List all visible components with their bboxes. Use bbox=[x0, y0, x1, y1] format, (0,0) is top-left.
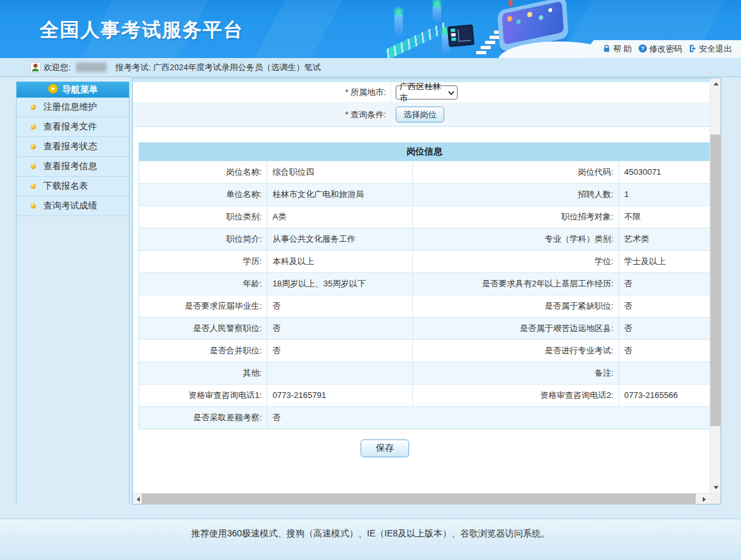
welcome-bar: 欢迎您: 报考考试: 广西2024年度考试录用公务员（选调生）笔试 bbox=[0, 58, 741, 77]
table-row: 资格审查咨询电话1: 0773-2165791 资格审查咨询电话2: 0773-… bbox=[139, 384, 710, 406]
sidebar-item-view-application-info[interactable]: 查看报考信息 bbox=[17, 157, 129, 177]
cell-value: 本科及以上 bbox=[267, 251, 412, 272]
cell-value bbox=[267, 362, 412, 384]
logout-link[interactable]: 安全退出 bbox=[689, 43, 732, 55]
cell-label: 是否属于艰苦边远地区县: bbox=[412, 318, 618, 339]
position-info-table: 岗位信息 岗位名称: 综合职位四 岗位代码: 45030071 单位名称: 桂林… bbox=[138, 142, 710, 429]
city-label: * 所属地市: bbox=[133, 82, 391, 102]
cell-value bbox=[618, 362, 710, 384]
city-select[interactable]: 广西区桂林市 bbox=[396, 85, 458, 99]
cell-value: 艺术类 bbox=[618, 228, 710, 250]
question-circle-icon: ? bbox=[638, 44, 647, 55]
table-row: 学历: 本科及以上 学位: 学士及以上 bbox=[139, 250, 710, 272]
cell-value: 否 bbox=[618, 318, 710, 339]
cell-value: 0773-2165566 bbox=[618, 385, 710, 406]
save-button[interactable]: 保存 bbox=[361, 439, 409, 457]
browser-notice: 推荐使用360极速模式、搜狗（高速模式）、IE（IE8及以上版本）、谷歌浏览器访… bbox=[191, 528, 550, 560]
change-password-link[interactable]: ? 修改密码 bbox=[638, 43, 682, 55]
cell-value: 桂林市文化广电和旅游局 bbox=[267, 184, 412, 205]
cell-value: 否 bbox=[618, 340, 710, 362]
help-label: 帮 助 bbox=[613, 43, 632, 55]
cell-label: 是否采取差额考察: bbox=[139, 407, 267, 429]
city-form-row: * 所属地市: 广西区桂林市 bbox=[133, 82, 710, 103]
user-avatar-icon bbox=[30, 62, 41, 73]
pillar-graphic bbox=[394, 14, 403, 36]
bullet-icon bbox=[31, 184, 36, 189]
sidebar-item-view-exam-files[interactable]: 查看报考文件 bbox=[17, 117, 129, 137]
table-row: 是否采取差额考察: 否 bbox=[139, 406, 710, 429]
cell-value: 从事公共文化服务工作 bbox=[267, 228, 412, 250]
cell-label: 学历: bbox=[139, 251, 267, 272]
table-row: 是否要求应届毕业生: 否 是否属于紧缺职位: 否 bbox=[139, 295, 710, 317]
cell-value: 否 bbox=[267, 295, 412, 317]
bullet-icon bbox=[31, 124, 36, 129]
utility-bar: 帮 助 ? 修改密码 安全退出 bbox=[580, 40, 741, 58]
horizontal-scroll-thumb[interactable] bbox=[142, 494, 696, 505]
cell-value: 不限 bbox=[618, 206, 710, 228]
table-row: 岗位名称: 综合职位四 岗位代码: 45030071 bbox=[139, 161, 710, 183]
bullet-icon bbox=[31, 144, 36, 149]
top-banner: 全国人事考试服务平台 帮 助 ? 修改密码 安全退出 bbox=[0, 0, 741, 58]
select-chevron-icon bbox=[448, 91, 454, 96]
cell-label: 专业（学科）类别: bbox=[412, 228, 618, 250]
bullet-icon bbox=[31, 105, 36, 110]
scroll-up-arrow[interactable] bbox=[710, 78, 721, 89]
cell-label: 备注: bbox=[412, 362, 618, 384]
query-form-row: * 查询条件: 选择岗位 bbox=[133, 103, 710, 127]
cell-label: 岗位代码: bbox=[412, 161, 618, 183]
page: 全国人事考试服务平台 帮 助 ? 修改密码 安全退出 bbox=[0, 0, 741, 560]
table-row: 单位名称: 桂林市文化广电和旅游局 招聘人数: 1 bbox=[139, 183, 710, 205]
cell-label: 是否要求具有2年以上基层工作经历: bbox=[412, 273, 618, 295]
sidebar-item-label: 下载报名表 bbox=[43, 181, 88, 192]
table-row: 是否人民警察职位: 否 是否属于艰苦边远地区县: 否 bbox=[139, 317, 710, 339]
table-row: 职位类别: A类 职位招考对象: 不限 bbox=[139, 205, 710, 228]
content-frame: * 所属地市: 广西区桂林市 * 查询条件: 选择岗位 岗位信 bbox=[133, 78, 710, 493]
platform-title: 全国人事考试服务平台 bbox=[40, 17, 244, 43]
cell-label: 是否属于紧缺职位: bbox=[412, 295, 618, 317]
scroll-right-arrow[interactable] bbox=[699, 494, 710, 505]
cell-value: 18周岁以上、35周岁以下 bbox=[267, 273, 412, 295]
scrollbar-corner bbox=[710, 493, 721, 504]
cell-label: 资格审查咨询电话2: bbox=[412, 385, 618, 406]
nav-menu-header: 导航菜单 bbox=[17, 82, 129, 98]
cell-value: 0773-2165791 bbox=[267, 385, 412, 406]
bullet-icon bbox=[31, 164, 36, 169]
bullet-icon bbox=[31, 203, 36, 209]
sidebar-item-label: 查看报考文件 bbox=[43, 121, 97, 133]
cell-value: 否 bbox=[267, 407, 710, 429]
cell-label: 其他: bbox=[139, 362, 267, 384]
cell-label: 是否合并职位: bbox=[139, 340, 267, 362]
sidebar-item-view-application-status[interactable]: 查看报考状态 bbox=[17, 137, 129, 157]
sidebar-item-register-info[interactable]: 注册信息维护 bbox=[17, 98, 129, 117]
redacted-username bbox=[76, 63, 107, 72]
cell-value: A类 bbox=[267, 206, 412, 228]
help-link[interactable]: 帮 助 bbox=[603, 43, 632, 55]
cell-label: 职位简介: bbox=[139, 228, 267, 250]
horizontal-scrollbar[interactable] bbox=[133, 493, 710, 504]
cell-label: 招聘人数: bbox=[412, 184, 618, 205]
pillar-graphic bbox=[433, 6, 441, 21]
sidebar-item-download-form[interactable]: 下载报名表 bbox=[17, 177, 129, 196]
table-title: 岗位信息 bbox=[139, 143, 710, 161]
table-row: 是否合并职位: 否 是否进行专业考试: 否 bbox=[139, 339, 710, 362]
cell-value: 否 bbox=[618, 273, 710, 295]
select-post-button[interactable]: 选择岗位 bbox=[396, 107, 444, 122]
main-area: 导航菜单 注册信息维护 查看报考文件 查看报考状态 查看报考信息 下载报名表 bbox=[0, 77, 741, 505]
vertical-scrollbar[interactable] bbox=[710, 78, 721, 493]
table-body: 岗位名称: 综合职位四 岗位代码: 45030071 单位名称: 桂林市文化广电… bbox=[139, 161, 710, 429]
table-row: 年龄: 18周岁以上、35周岁以下 是否要求具有2年以上基层工作经历: 否 bbox=[139, 272, 710, 295]
cell-label: 是否进行专业考试: bbox=[412, 340, 618, 362]
chevron-down-circle-icon bbox=[48, 84, 58, 96]
cell-label: 是否要求应届毕业生: bbox=[139, 295, 267, 317]
sidebar-item-query-scores[interactable]: 查询考试成绩 bbox=[17, 196, 129, 216]
cell-label: 是否人民警察职位: bbox=[139, 318, 267, 339]
scroll-down-arrow[interactable] bbox=[710, 482, 721, 493]
sidebar-item-label: 注册信息维护 bbox=[43, 101, 97, 113]
cell-value: 45030071 bbox=[618, 161, 710, 183]
sidebar-item-label: 查看报考状态 bbox=[43, 141, 97, 152]
table-row: 其他: 备注: bbox=[139, 362, 710, 384]
query-label: * 查询条件: bbox=[133, 103, 391, 126]
header-illustration bbox=[383, 0, 594, 58]
vertical-scroll-thumb[interactable] bbox=[710, 135, 721, 426]
cell-value: 否 bbox=[267, 318, 412, 339]
